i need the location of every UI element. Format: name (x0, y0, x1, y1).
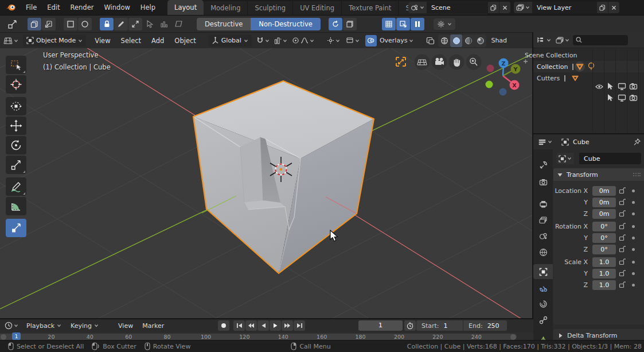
view-layer-remove-button[interactable] (608, 2, 619, 13)
transform-value-field[interactable]: 1.0 (592, 269, 616, 278)
scene-name[interactable]: Scene (427, 4, 487, 11)
workspace-tab-sculpting[interactable]: Sculpting (248, 1, 293, 15)
shading-material-button[interactable] (462, 34, 474, 47)
viewport-menu-object[interactable]: Object (169, 34, 201, 48)
scene-unlink-button[interactable] (499, 2, 510, 13)
cursor-select-button[interactable] (143, 18, 157, 30)
timeline-menu-marker[interactable]: Marker (138, 320, 169, 332)
transform-value-field[interactable]: 0m (592, 186, 616, 196)
lock-open-icon[interactable] (619, 198, 626, 206)
grid-array-button[interactable] (382, 18, 396, 30)
pause-button[interactable] (411, 18, 424, 30)
properties-tab-viewlayer[interactable] (533, 212, 553, 227)
lock-open-icon[interactable] (619, 258, 626, 265)
tool-annotate[interactable] (6, 177, 26, 196)
transform-value-field[interactable]: 0° (592, 245, 616, 254)
menu-file[interactable]: File (21, 1, 42, 14)
properties-tab-modifiers[interactable] (533, 280, 553, 295)
record-button[interactable] (218, 320, 229, 331)
properties-tab-physics[interactable] (533, 296, 553, 311)
menu-help[interactable]: Help (135, 1, 161, 14)
jump-to-start-button[interactable] (233, 320, 245, 331)
properties-tab-scene[interactable] (533, 229, 553, 243)
gizmo-x-neg[interactable] (487, 65, 494, 72)
copy-tool-button-2[interactable] (42, 18, 56, 30)
snap-target-selector[interactable] (274, 37, 287, 44)
viewport-menu-view[interactable]: View (89, 34, 115, 48)
play-button[interactable] (270, 320, 281, 331)
use-preview-range-button[interactable] (404, 320, 416, 331)
properties-tab-object[interactable] (533, 264, 553, 279)
object-type-chip[interactable] (556, 153, 574, 164)
next-keyframe-button[interactable] (282, 320, 293, 331)
animate-dot[interactable] (632, 272, 635, 275)
animate-dot[interactable] (632, 212, 635, 215)
lock-open-icon[interactable] (619, 281, 626, 288)
expand-button[interactable] (128, 18, 142, 30)
monitor-icon[interactable] (618, 94, 626, 102)
properties-tab-constraints[interactable] (533, 312, 553, 327)
tool-move[interactable] (6, 117, 26, 135)
workspace-tab-uv-editing[interactable]: UV Editing (293, 1, 342, 15)
non-destructive-button[interactable]: Non-Destructive (251, 18, 320, 30)
mode-dropdown[interactable]: Object Mode (23, 35, 86, 47)
overlays-label[interactable]: Overlays (380, 37, 408, 44)
end-frame-field[interactable]: End:250 (463, 320, 507, 331)
monitor-icon[interactable] (618, 83, 626, 90)
copy-tool-button-1[interactable] (28, 18, 41, 30)
current-frame-field[interactable]: 1 (358, 320, 403, 331)
view-layer-copy-button[interactable] (597, 2, 608, 13)
animate-dot[interactable] (632, 201, 635, 204)
outliner-row-scene-collection[interactable]: Scene Collection (533, 49, 644, 61)
lock-open-icon[interactable] (619, 210, 626, 217)
swap-button[interactable] (396, 18, 410, 30)
transform-value-field[interactable]: 0° (592, 222, 616, 231)
outliner-filter[interactable] (556, 37, 569, 44)
workspace-tab-layout[interactable]: Layout (167, 0, 204, 15)
lock-open-icon[interactable] (619, 187, 626, 194)
properties-display-selector[interactable] (538, 138, 552, 146)
chevron-down-icon[interactable] (409, 39, 413, 42)
tool-measure[interactable] (6, 197, 26, 215)
eye-icon[interactable] (595, 84, 603, 90)
xray-toggle[interactable] (426, 37, 435, 45)
shading-rendered-button[interactable] (474, 34, 486, 47)
scene-copy-button[interactable] (488, 2, 499, 13)
animate-dot[interactable] (632, 284, 635, 287)
panel-grip-icon[interactable] (633, 172, 641, 177)
view-layer-name[interactable]: View Layer (532, 4, 596, 11)
timeline-menu-view[interactable]: View (114, 320, 138, 332)
select-arrow-icon[interactable] (607, 82, 614, 90)
timeline-menu-playback[interactable]: Playback (22, 320, 66, 332)
menu-render[interactable]: Render (65, 1, 99, 14)
tool-tweak[interactable] (6, 97, 26, 115)
object-name-field[interactable]: Cube (579, 153, 641, 164)
outliner-search-input[interactable] (573, 35, 628, 45)
animate-dot[interactable] (632, 225, 635, 228)
properties-tab-world[interactable] (533, 245, 553, 260)
view-layer-browse-button[interactable] (514, 2, 532, 13)
lock-open-icon[interactable] (619, 245, 626, 253)
viewport-menu-add[interactable]: Add (146, 34, 169, 48)
select-arrow-icon[interactable] (607, 94, 614, 102)
animate-dot[interactable] (632, 189, 635, 192)
active-tool-icon-button[interactable] (6, 18, 19, 30)
overlays-toggle[interactable] (365, 35, 377, 47)
transform-value-field[interactable]: 1.0 (592, 257, 616, 267)
gizmo-y-neg[interactable] (486, 81, 493, 88)
timeline-editor-selector[interactable] (5, 322, 18, 330)
tool-select-box[interactable] (6, 56, 26, 74)
start-frame-field[interactable]: Start:1 (416, 320, 463, 331)
lock-open-icon[interactable] (619, 222, 626, 230)
scene-browse-button[interactable] (408, 2, 427, 13)
transform-value-field[interactable]: 0m (592, 209, 616, 219)
animate-dot[interactable] (632, 237, 635, 239)
destructive-button[interactable]: Destructive (197, 18, 251, 30)
prev-keyframe-button[interactable] (245, 320, 257, 331)
outliner-row-cutters[interactable]: Cutters (533, 72, 644, 84)
shading-solid-button[interactable] (450, 34, 462, 47)
gizmos-toggle[interactable] (346, 37, 360, 44)
workspace-tab-texture-paint[interactable]: Texture Paint (342, 1, 399, 15)
breadcrumb-object-name[interactable]: Cube (573, 138, 589, 146)
viewport-menu-select[interactable]: Select (116, 34, 146, 48)
